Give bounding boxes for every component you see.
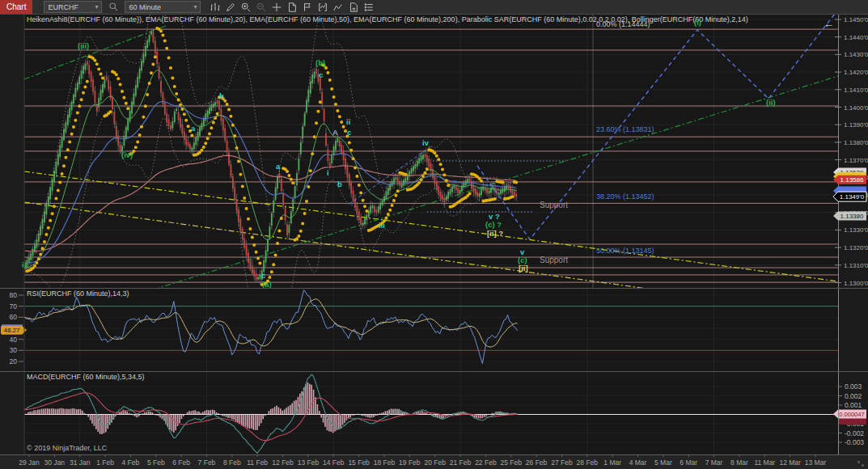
date-label: 1 Mar xyxy=(603,458,621,467)
date-label: 27 Feb xyxy=(551,458,573,467)
chevron-down-icon: ▾ xyxy=(95,3,98,11)
date-label: 18 Feb xyxy=(374,458,396,467)
wave-label[interactable]: (iii) xyxy=(78,41,89,50)
copyright-label: © 2019 NinjaTrader, LLC xyxy=(27,444,108,452)
wave-label[interactable]: c xyxy=(261,271,265,280)
price-tick-label: 1.1330'0 xyxy=(844,226,868,234)
toolbar-icon-group xyxy=(209,1,375,13)
wave-label[interactable]: [ii] ? xyxy=(487,229,503,238)
wave-label[interactable]: (iv) xyxy=(121,150,133,159)
date-label: 11 Feb xyxy=(247,458,268,467)
draw-tool-icon-glyph xyxy=(225,2,236,13)
macd-scale-label: -0.002 xyxy=(845,429,864,437)
date-label: 28 Feb xyxy=(577,458,599,467)
zoom-out-icon-glyph xyxy=(256,2,267,13)
indicator-script-icon[interactable] xyxy=(347,1,359,13)
wave-label[interactable]: c xyxy=(319,70,323,79)
fib-label[interactable]: 50.00% (1.13145) xyxy=(596,247,654,255)
wave-label[interactable]: [ii] xyxy=(519,264,528,273)
date-label: 22 Feb xyxy=(475,458,497,467)
search-icon[interactable] xyxy=(107,1,120,13)
data-series-icon[interactable] xyxy=(286,1,298,13)
rsi-scale-label: 60 xyxy=(10,313,18,321)
date-label: 5 Feb xyxy=(147,458,165,467)
wave-label[interactable]: iv xyxy=(422,138,430,147)
data-series-icon-glyph xyxy=(286,2,298,13)
date-label: 4 Feb xyxy=(122,458,140,467)
support-label[interactable]: Support xyxy=(540,201,568,209)
properties-list-icon[interactable] xyxy=(362,1,375,13)
draw-tool-icon[interactable] xyxy=(224,1,236,13)
interval-value: 60 Minute xyxy=(129,3,161,11)
date-label: 11 Mar xyxy=(754,458,775,467)
macd-scale-label: 0.003 xyxy=(845,382,862,391)
zoom-in-icon[interactable] xyxy=(239,1,252,13)
wave-label[interactable]: b xyxy=(337,180,342,188)
wave-label[interactable]: ii xyxy=(346,117,350,126)
instrument-value: EURCHF xyxy=(48,3,78,11)
date-label: 26 Feb xyxy=(526,458,548,467)
date-label: 19 Feb xyxy=(399,458,421,467)
date-label: 12 Mar xyxy=(779,458,801,467)
price-tick-label: 1.1400'0 xyxy=(844,104,868,112)
band-lower-marker: 1.13380 xyxy=(833,212,866,221)
zoom-out-icon[interactable] xyxy=(255,1,267,13)
wave-label[interactable]: a xyxy=(191,124,196,133)
date-label: 8 Mar xyxy=(730,458,748,467)
date-label: 8 Feb xyxy=(223,458,241,467)
alert-flag-icon[interactable] xyxy=(301,1,313,13)
macd-signal-marker xyxy=(838,418,866,425)
wave-label[interactable]: (ii) xyxy=(766,98,776,107)
date-label: 6 Feb xyxy=(172,458,190,467)
resize-grip[interactable] xyxy=(857,461,860,463)
wave-label[interactable]: iii xyxy=(379,221,385,230)
macd-panel-label: MACD(EURCHF (60 Minute),5,34,5) xyxy=(27,373,145,381)
wave-label[interactable]: a xyxy=(276,162,281,171)
wave-label[interactable]: i xyxy=(327,168,329,177)
rsi-scale-label: 20 xyxy=(10,357,18,365)
instrument-select[interactable]: EURCHF ▾ xyxy=(44,1,102,13)
support-label[interactable]: Support xyxy=(540,256,568,264)
date-label: 13 Mar xyxy=(805,458,827,467)
price-tick-label: 1.1370'0 xyxy=(844,157,868,164)
date-label: 7 Mar xyxy=(705,458,723,467)
date-label: 5 Mar xyxy=(654,458,672,467)
scroll-to-end-arrow-icon[interactable]: ← xyxy=(824,18,834,30)
rsi-panel-surface[interactable] xyxy=(24,289,838,371)
search-icon-glyph xyxy=(108,2,119,12)
left-gutter xyxy=(0,14,24,454)
chevron-down-icon: ▾ xyxy=(193,3,197,11)
crosshair-add-icon[interactable] xyxy=(270,1,282,13)
wave-label[interactable]: A xyxy=(332,128,338,137)
wave-label[interactable]: b xyxy=(219,91,224,100)
tab-chart[interactable]: Chart xyxy=(0,0,32,14)
date-label: 6 Mar xyxy=(680,458,697,467)
rsi-scale-label: 70 xyxy=(10,302,18,311)
snapshot-icon[interactable] xyxy=(316,1,328,13)
date-label: 25 Feb xyxy=(501,458,523,467)
chart-style-icon-glyph xyxy=(210,2,221,13)
interval-select[interactable]: 60 Minute ▾ xyxy=(125,1,201,13)
fib-label[interactable]: 38.20% (1.13452) xyxy=(596,192,654,201)
zoom-in-icon-glyph xyxy=(240,2,252,13)
rsi-panel-label: RSI(EURCHF (60 Minute),14,3) xyxy=(27,289,129,298)
date-label: 30 Jan xyxy=(44,458,66,467)
price-tick-label: 1.1320'0 xyxy=(844,244,868,251)
zigzag-tool-icon[interactable] xyxy=(332,1,344,13)
wave-label[interactable]: (a) xyxy=(262,280,272,289)
fib-label[interactable]: 0.00% (1.14444) xyxy=(596,20,650,28)
last-price-marker: 1.1349'0 xyxy=(833,192,866,201)
fib-label[interactable]: 23.60% (1.13831) xyxy=(596,125,654,133)
rsi-value-marker-label: 48.27 xyxy=(3,327,20,334)
price-tick-label: 1.1450'0 xyxy=(844,16,868,23)
wave-label[interactable]: (c) ? xyxy=(485,220,502,229)
wave-label[interactable]: c xyxy=(347,128,351,137)
wave-label[interactable]: (b) xyxy=(315,58,325,67)
chart-style-icon[interactable] xyxy=(209,1,221,13)
chart-canvas[interactable]: HeikenAshi8(EURCHF (60 Minute)), EMA(EUR… xyxy=(0,0,868,469)
resize-grip[interactable] xyxy=(862,464,864,467)
wave-label[interactable]: (i) xyxy=(694,18,701,27)
date-label: 31 Jan xyxy=(70,458,91,467)
crosshair-add-icon-glyph xyxy=(271,2,282,13)
date-label: 14 Feb xyxy=(323,458,345,467)
